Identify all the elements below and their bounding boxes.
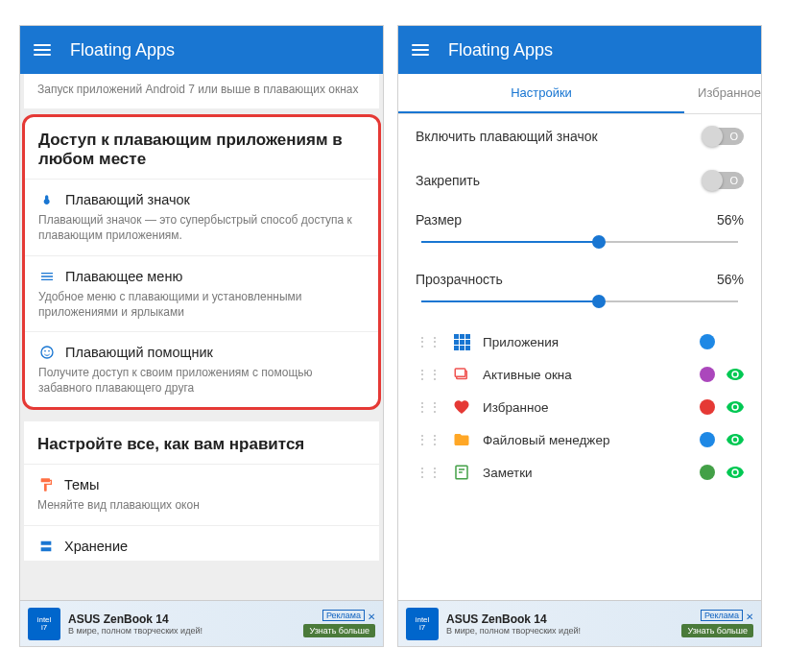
apps-grid-icon: [452, 332, 471, 351]
heart-icon: [452, 397, 471, 417]
list-item[interactable]: ⋮⋮ Файловый менеджер: [398, 423, 761, 456]
ad-tag: Реклама: [322, 610, 365, 621]
phone-right: Floating Apps Настройки Избранное Включи…: [397, 25, 762, 647]
shortcut-list: ⋮⋮ Приложения 👁 ⋮⋮ Активные окна ⋮⋮ И: [398, 322, 761, 492]
list-item[interactable]: ⋮⋮ Заметки: [398, 456, 761, 489]
visibility-icon[interactable]: [726, 401, 744, 413]
slider-label: Прозрачность: [416, 272, 503, 287]
visibility-icon[interactable]: [726, 434, 744, 445]
drag-handle-icon[interactable]: ⋮⋮: [416, 432, 441, 447]
color-dot[interactable]: [700, 432, 715, 447]
tab-favorites[interactable]: Избранное: [684, 74, 761, 113]
row-title: Плавающий значок: [65, 192, 190, 207]
storage-row[interactable]: Хранение: [24, 525, 379, 561]
setting-label: Включить плавающий значок: [416, 129, 598, 144]
windows-icon: [452, 365, 471, 384]
storage-icon: [37, 538, 55, 555]
drag-handle-icon[interactable]: ⋮⋮: [416, 334, 441, 349]
app-bar: Floating Apps: [398, 26, 761, 74]
floating-menu-row[interactable]: Плавающее меню Удобное меню с плавающими…: [25, 255, 378, 331]
opacity-slider-block: Прозрачность 56%: [398, 262, 761, 322]
toggle-switch[interactable]: O: [703, 128, 744, 145]
paint-icon: [37, 476, 55, 493]
color-dot[interactable]: [700, 334, 715, 349]
pin-row[interactable]: Закрепить O: [398, 158, 761, 203]
visibility-icon[interactable]: [726, 467, 744, 478]
drag-handle-icon[interactable]: ⋮⋮: [416, 367, 441, 382]
ad-banner[interactable]: inteli7 ASUS ZenBook 14 В мире, полном т…: [20, 600, 383, 646]
size-slider[interactable]: [421, 241, 738, 243]
touch-icon: [38, 191, 56, 208]
themes-row[interactable]: Темы Меняйте вид плавающих окон: [24, 464, 379, 524]
list-item[interactable]: ⋮⋮ Избранное: [398, 391, 761, 423]
svg-point-2: [48, 350, 50, 352]
ad-banner[interactable]: inteli7 ASUS ZenBook 14 В мире, полном т…: [398, 600, 761, 646]
slider-label: Размер: [416, 212, 462, 228]
item-label: Избранное: [483, 400, 688, 415]
enable-floating-icon-row[interactable]: Включить плавающий значок O: [398, 114, 761, 158]
color-dot[interactable]: [700, 367, 715, 382]
drag-handle-icon[interactable]: ⋮⋮: [416, 465, 441, 480]
drag-handle-icon[interactable]: ⋮⋮: [416, 399, 441, 415]
ad-cta-button[interactable]: Узнать больше: [681, 624, 753, 637]
ad-close-icon[interactable]: ✕: [746, 612, 753, 622]
item-label: Файловый менеджер: [483, 433, 688, 447]
visibility-icon[interactable]: [726, 369, 744, 380]
row-title: Плавающее меню: [65, 269, 182, 284]
list-item[interactable]: ⋮⋮ Приложения 👁: [398, 325, 761, 358]
access-section-highlighted: Доступ к плавающим приложениям в любом м…: [22, 114, 381, 410]
toggle-switch[interactable]: O: [703, 172, 744, 189]
ad-close-icon[interactable]: ✕: [368, 612, 375, 622]
svg-rect-4: [455, 369, 465, 376]
slider-value: 56%: [717, 272, 744, 287]
ad-text: ASUS ZenBook 14 В мире, полном творчески…: [446, 612, 674, 636]
customize-section: Настройте все, как вам нравится Темы Мен…: [24, 421, 379, 560]
tab-settings[interactable]: Настройки: [398, 74, 684, 113]
row-title: Плавающий помощник: [65, 345, 213, 360]
ad-logo-icon: inteli7: [406, 608, 439, 640]
note-icon: [452, 463, 471, 482]
row-desc: Удобное меню с плавающими и установленны…: [38, 289, 365, 320]
ad-logo-icon: inteli7: [28, 608, 60, 640]
row-title: Темы: [64, 477, 100, 492]
color-dot[interactable]: [700, 465, 715, 480]
svg-point-0: [41, 347, 53, 358]
hamburger-icon[interactable]: [412, 44, 429, 56]
tabs: Настройки Избранное: [398, 74, 761, 114]
ad-text: ASUS ZenBook 14 В мире, полном творчески…: [68, 612, 296, 636]
row-title: Хранение: [64, 539, 128, 554]
prev-section-snippet: Запуск приложений Android 7 или выше в п…: [24, 74, 379, 108]
floating-icon-row[interactable]: Плавающий значок Плавающий значок — это …: [25, 179, 378, 254]
item-label: Активные окна: [483, 368, 688, 382]
phone-left: Floating Apps Запуск приложений Android …: [19, 25, 384, 647]
floating-assistant-row[interactable]: Плавающий помощник Получите доступ к сво…: [25, 331, 378, 407]
size-slider-block: Размер 56%: [398, 203, 761, 262]
row-desc: Меняйте вид плавающих окон: [37, 497, 366, 513]
menu-list-icon: [38, 268, 56, 285]
color-dot[interactable]: [700, 399, 715, 415]
setting-label: Закрепить: [416, 173, 480, 188]
row-desc: Плавающий значок — это супербыстрый спос…: [38, 212, 365, 243]
row-desc: Получите доступ к своим приложениям с по…: [38, 365, 365, 396]
face-icon: [38, 344, 56, 361]
customize-title: Настройте все, как вам нравится: [24, 421, 379, 464]
ad-cta-button[interactable]: Узнать больше: [303, 624, 375, 637]
item-label: Заметки: [483, 466, 688, 480]
hamburger-icon[interactable]: [34, 44, 51, 56]
app-title: Floating Apps: [448, 40, 553, 60]
folder-icon: [452, 430, 471, 449]
opacity-slider[interactable]: [421, 300, 738, 302]
svg-point-1: [44, 350, 46, 352]
slider-value: 56%: [717, 212, 744, 228]
app-bar: Floating Apps: [20, 26, 383, 74]
access-section-title: Доступ к плавающим приложениям в любом м…: [25, 117, 378, 179]
item-label: Приложения: [483, 335, 688, 349]
ad-tag: Реклама: [701, 610, 743, 621]
list-item[interactable]: ⋮⋮ Активные окна: [398, 358, 761, 391]
app-title: Floating Apps: [70, 40, 175, 60]
